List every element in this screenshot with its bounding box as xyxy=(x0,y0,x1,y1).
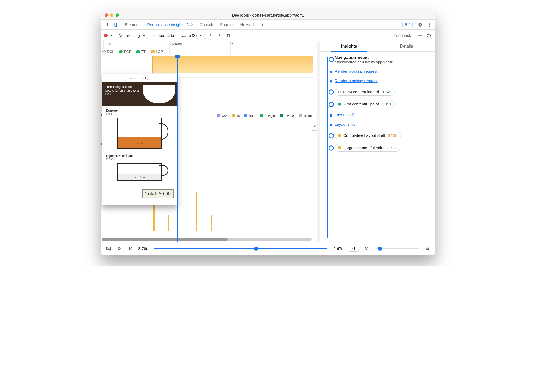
metric-icon xyxy=(338,91,341,93)
metric-pill[interactable]: Largest contentful paint2.73s xyxy=(335,144,400,152)
page-screenshot-preview: menu cart (0) Free 1 bag of coffee beans… xyxy=(102,74,177,205)
insight-link[interactable]: Layout shift xyxy=(335,122,355,127)
record-options-caret-icon[interactable] xyxy=(110,35,113,36)
close-tab-icon[interactable]: ✕ xyxy=(191,23,194,27)
metric-pill[interactable]: First contentful paint1.32s xyxy=(335,100,395,108)
help-icon[interactable] xyxy=(426,32,432,39)
marker-lcp[interactable]: LCP xyxy=(151,49,163,54)
tab-console[interactable]: Console xyxy=(199,20,215,29)
legend-swatch-icon xyxy=(244,114,247,117)
insights-timeline[interactable]: Navigation Eventhttps://coffee-cart.netl… xyxy=(320,52,435,242)
timeline-dot-icon xyxy=(329,102,334,107)
horizontal-scrollbar[interactable] xyxy=(102,238,312,241)
metric-value: 1.32s xyxy=(381,102,391,106)
more-tabs-icon[interactable] xyxy=(259,21,266,28)
playhead[interactable] xyxy=(177,55,178,242)
insight-link[interactable]: Layout shift xyxy=(335,113,355,117)
legend-font[interactable]: font xyxy=(244,113,255,118)
issues-button[interactable]: 1 xyxy=(402,22,413,27)
delete-icon[interactable] xyxy=(225,32,232,39)
screencast-off-icon[interactable] xyxy=(105,245,112,252)
metric-label: First contentful paint xyxy=(343,102,379,106)
insight-event[interactable]: Largest contentful paint2.73s xyxy=(324,144,431,152)
insight-event[interactable]: Layout shift xyxy=(324,113,431,117)
legend-label: font xyxy=(249,113,255,118)
preview-menu-label: menu xyxy=(129,76,136,80)
legend-js[interactable]: js xyxy=(232,113,240,118)
preview-banner: Free 1 bag of coffee beans for purchase … xyxy=(102,82,177,106)
metric-pill[interactable]: Cumulative Layout Shift0.193 xyxy=(335,132,401,139)
right-tab-insights[interactable]: Insights xyxy=(320,41,378,51)
panel-settings-gear-icon[interactable] xyxy=(417,32,423,39)
throttling-select[interactable]: No throttling xyxy=(116,32,148,39)
milestone-markers: DCLFCPTTILCP xyxy=(102,49,163,54)
insight-link[interactable]: Render blocking request xyxy=(335,78,378,83)
tab-performance-insights[interactable]: Performance insights⚗✕ xyxy=(147,20,195,29)
preview-mug-layer-label: milk foam xyxy=(118,174,161,180)
vertical-scrollbar[interactable] xyxy=(317,41,320,242)
legend-other[interactable]: other xyxy=(299,113,312,118)
legend-media[interactable]: media xyxy=(280,113,294,118)
record-button[interactable] xyxy=(104,34,108,37)
kebab-menu-icon[interactable] xyxy=(426,21,433,28)
recording-select[interactable]: coffee-cart.netlify.app (3) xyxy=(151,32,205,39)
experiment-flask-icon: ⚗ xyxy=(186,22,189,27)
metric-pill[interactable]: DOM content loaded0.14s xyxy=(335,88,395,96)
long-task-block[interactable] xyxy=(152,56,313,73)
right-tab-details[interactable]: Details xyxy=(378,41,435,51)
insight-event[interactable]: Render blocking request xyxy=(324,78,431,83)
preview-mug-graphic: milk foam xyxy=(117,163,162,181)
network-legend: cssjsfontimagemediaother xyxy=(217,113,312,118)
collapse-right-pane-icon[interactable]: ❯ xyxy=(312,119,317,131)
metric-label: DOM content loaded xyxy=(343,89,379,94)
legend-swatch-icon xyxy=(280,114,283,117)
insight-event[interactable]: Render blocking request xyxy=(324,69,431,74)
tick-label: 6, xyxy=(231,42,234,46)
insight-event[interactable]: Cumulative Layout Shift0.193 xyxy=(324,132,431,139)
play-icon[interactable] xyxy=(116,245,123,252)
time-ruler[interactable]: DCLFCPTTILCP 0ms3,200ms6, xyxy=(101,41,317,55)
time-slider[interactable] xyxy=(154,248,327,249)
recording-value: coffee-cart.netlify.app (3) xyxy=(153,33,197,38)
preview-mug-graphic: espresso xyxy=(117,118,162,149)
legend-css[interactable]: css xyxy=(217,113,227,118)
timeline-dot-icon xyxy=(329,89,334,95)
preview-mug-fill-label: espresso xyxy=(118,137,161,148)
preview-banner-text: Free 1 bag of coffee beans for purchase … xyxy=(105,85,140,96)
preview-item2-name: Espresso Macchiato xyxy=(106,154,133,158)
import-icon[interactable] xyxy=(216,32,223,39)
zoom-slider[interactable] xyxy=(376,248,418,249)
marker-dcl[interactable]: DCL xyxy=(102,49,114,54)
skip-back-icon[interactable] xyxy=(127,245,134,252)
tab-sources[interactable]: Sources xyxy=(219,20,235,29)
insight-event[interactable]: First contentful paint1.32s xyxy=(324,100,431,108)
legend-image[interactable]: image xyxy=(260,113,275,118)
marker-fcp[interactable]: FCP xyxy=(119,49,131,54)
zoom-in-icon[interactable] xyxy=(424,245,431,252)
zoom-level[interactable]: x1 xyxy=(348,246,359,252)
metric-icon xyxy=(338,134,341,137)
insight-event[interactable]: DOM content loaded0.14s xyxy=(324,88,431,96)
insight-event[interactable]: Layout shift xyxy=(324,122,431,127)
marker-tti[interactable]: TTI xyxy=(136,49,147,54)
timeline-dot-icon xyxy=(330,114,332,117)
tab-elements[interactable]: Elements xyxy=(125,20,142,29)
legend-label: other xyxy=(304,113,312,118)
insight-link[interactable]: Render blocking request xyxy=(335,69,378,73)
tick-label: 0ms xyxy=(105,42,111,46)
settings-gear-icon[interactable] xyxy=(417,21,424,28)
timeline-dot-icon xyxy=(329,133,334,138)
svg-point-5 xyxy=(429,26,430,27)
device-toggle-icon[interactable] xyxy=(112,21,119,28)
insight-event[interactable]: Navigation Eventhttps://coffee-cart.netl… xyxy=(324,55,431,64)
event-url: https://coffee-cart.netlify.app/?ad=1 xyxy=(335,60,431,64)
zoom-out-icon[interactable] xyxy=(364,245,370,252)
export-icon[interactable] xyxy=(207,32,214,39)
feedback-link[interactable]: Feedback xyxy=(394,33,411,38)
throttling-value: No throttling xyxy=(118,33,140,38)
event-title: Navigation Event xyxy=(335,55,431,60)
inspect-element-icon[interactable] xyxy=(103,21,110,28)
bands-area[interactable]: ▶ ▶ cssjsfontimagemediaother ❯ menu cart… xyxy=(101,55,317,242)
tab-network[interactable]: Network xyxy=(240,20,255,29)
timeline-panel: DCLFCPTTILCP 0ms3,200ms6, ▶ ▶ cssjsfonti… xyxy=(101,41,317,242)
